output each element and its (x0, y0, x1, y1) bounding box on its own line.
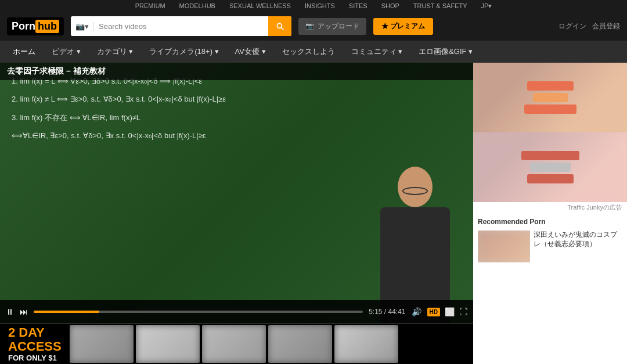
right-controls: HD ⬜ ⛶ (427, 307, 467, 316)
ad-attribution: Traffic Junkyの広告 (473, 202, 627, 213)
chalk-line-2: 2. lim f(x) ≠ L ⟺ ∃ε>0, s.t. ∀δ>0, ∃x s.… (12, 92, 345, 106)
rec-item-1[interactable]: 深田えいみが鬼滅のコスプレ（せ義志必要項） (473, 228, 627, 265)
banner-line1: 2 DAY (8, 326, 62, 340)
banner-thumb-3 (202, 325, 266, 363)
top-nav-premium[interactable]: PREMIUM (135, 2, 165, 9)
top-nav-language[interactable]: JP▾ (481, 2, 492, 10)
banner-thumb-1 (70, 325, 134, 363)
top-nav-wellness[interactable]: SEXUAL WELLNESS (229, 2, 291, 9)
upload-button[interactable]: 📷 アップロード (298, 18, 366, 35)
nav-eropic[interactable]: エロ画像&GIF ▾ (410, 41, 481, 63)
site-header: Porn hub 📷▾ 📷 アップロード ★ プレミアム ログイン 会員登録 (0, 12, 627, 41)
search-input[interactable] (94, 16, 268, 36)
chalk-line-3: 3. lim f(x) 不存在 ⟺ ∀L∈IR, lim f(x)≠L (12, 111, 345, 124)
play-pause-button[interactable]: ⏸ (6, 307, 14, 316)
search-icon (275, 21, 284, 31)
volume-icon[interactable]: 🔊 (412, 307, 421, 316)
main-content: 去零因子求極限 – 補充教材 1. lim f(x) = L ⟺ ∀ε>0, ∃… (0, 63, 627, 364)
top-nav-sites[interactable]: SITES (349, 2, 367, 9)
recommended-label: Recommended Porn (473, 213, 627, 228)
time-display: 5:15 / 44:41 (369, 308, 405, 316)
ad-overlay-1 (524, 81, 576, 114)
premium-label: ★ プレミアム (381, 21, 425, 31)
nav-livecam[interactable]: ライブカメラ(18+) ▾ (141, 41, 226, 63)
rec-title-1: 深田えいみが鬼滅のコスプレ（せ義志必要項） (534, 230, 622, 248)
premium-button[interactable]: ★ プレミアム (373, 18, 433, 35)
nav-category[interactable]: カテゴリ ▾ (89, 41, 142, 63)
banner-line3: FOR ONLY $1 (8, 354, 62, 362)
banner-line2: ACCESS (8, 340, 62, 354)
top-nav-insights[interactable]: INSIGHTS (305, 2, 335, 9)
next-button[interactable]: ⏭ (20, 307, 28, 316)
rec-info-1: 深田えいみが鬼滅のコスプレ（せ義志必要項） (534, 230, 622, 262)
sidebar-ad-thumb-2[interactable] (473, 132, 627, 202)
ad-overlay-2 (521, 151, 579, 183)
hd-badge: HD (427, 308, 440, 316)
logo-text-hub: hub (35, 20, 59, 33)
camera-search-icon[interactable]: 📷▾ (71, 22, 94, 31)
main-navigation: ホーム ビデオ ▾ カテゴリ ▾ ライブカメラ(18+) ▾ AV女優 ▾ セッ… (0, 41, 627, 63)
nav-video[interactable]: ビデオ ▾ (44, 41, 89, 63)
nav-home[interactable]: ホーム (5, 41, 44, 63)
video-title: 去零因子求極限 – 補充教材 (0, 63, 473, 80)
nav-actress[interactable]: AV女優 ▾ (227, 41, 274, 63)
banner-thumb-5 (334, 325, 398, 363)
time-total: 44:41 (388, 308, 406, 316)
chalkboard-content: 1. lim f(x) = L ⟺ ∀ε>0, ∃δ>0 s.t. 0<|x-x… (12, 74, 345, 300)
chalkboard-background: 1. lim f(x) = L ⟺ ∀ε>0, ∃δ>0 s.t. 0<|x-x… (0, 63, 473, 323)
join-link[interactable]: 会員登録 (592, 21, 620, 31)
progress-bar[interactable] (34, 311, 363, 313)
banner-thumb-4 (268, 325, 332, 363)
banner-thumbnails (70, 325, 398, 363)
site-logo[interactable]: Porn hub (7, 17, 64, 35)
nav-sex[interactable]: セックスしよう (274, 41, 343, 63)
progress-fill (34, 311, 99, 313)
chalk-line-4: ⟺∀L∈IR, ∃ε>0, s.t. ∀δ>0, ∃x s.t. 0<|x-x₀… (12, 129, 345, 142)
search-bar: 📷▾ (71, 16, 291, 36)
login-link[interactable]: ログイン (558, 21, 586, 31)
promo-banner[interactable]: 2 DAY ACCESS FOR ONLY $1 (0, 323, 473, 364)
rec-thumb-1 (478, 230, 530, 262)
top-nav-modelhub[interactable]: MODELHUB (179, 2, 215, 9)
time-current: 5:15 (369, 308, 382, 316)
upload-icon: 📷 (305, 22, 314, 30)
auth-links: ログイン 会員登録 (558, 21, 620, 31)
top-navigation: PREMIUM MODELHUB SEXUAL WELLNESS INSIGHT… (0, 0, 627, 12)
video-player: 去零因子求極限 – 補充教材 1. lim f(x) = L ⟺ ∀ε>0, ∃… (0, 63, 473, 323)
theater-mode-button[interactable]: ⬜ (445, 307, 455, 316)
top-nav-trust[interactable]: TRUST & SAFETY (413, 2, 467, 9)
sidebar-ad-thumb-1[interactable] (473, 63, 627, 132)
upload-label: アップロード (318, 21, 359, 31)
banner-thumb-2 (136, 325, 200, 363)
fullscreen-button[interactable]: ⛶ (459, 307, 467, 316)
instructor-head (398, 167, 433, 207)
banner-text: 2 DAY ACCESS FOR ONLY $1 (8, 326, 62, 362)
sidebar: Traffic Junkyの広告 Recommended Porn 深田えいみが… (473, 63, 627, 364)
instructor-glasses (402, 187, 428, 195)
logo-text-porn: Porn (12, 20, 35, 33)
video-controls: ⏸ ⏭ 5:15 / 44:41 🔊 HD ⬜ ⛶ (0, 300, 473, 323)
nav-community[interactable]: コミュニティ ▾ (343, 41, 411, 63)
video-section: 去零因子求極限 – 補充教材 1. lim f(x) = L ⟺ ∀ε>0, ∃… (0, 63, 473, 364)
top-nav-shop[interactable]: SHOP (381, 2, 399, 9)
search-button[interactable] (268, 16, 291, 36)
